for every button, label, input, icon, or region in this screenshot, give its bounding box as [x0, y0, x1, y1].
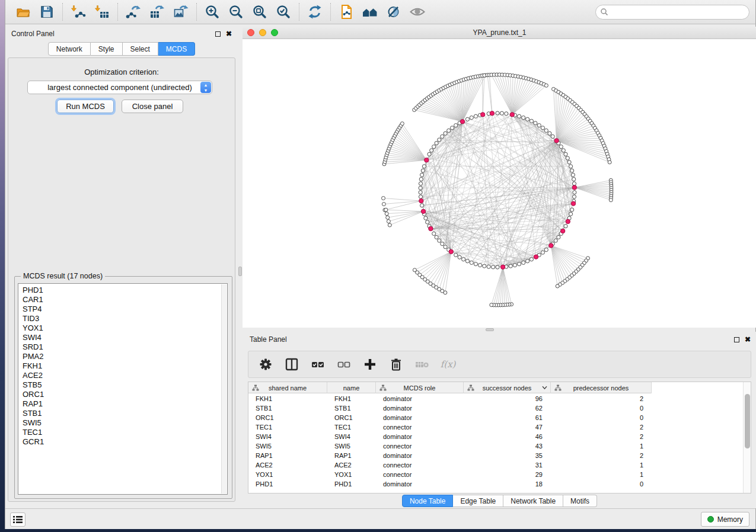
cell-predecessor-nodes: 0 — [551, 403, 652, 413]
mcds-result-item[interactable]: GCR1 — [23, 437, 227, 447]
zoom-selected-icon — [276, 4, 291, 20]
function-builder-button[interactable]: f(x) — [439, 355, 457, 373]
clear-table-button[interactable] — [413, 355, 431, 373]
control-panel-title: Control Panel — [5, 30, 55, 38]
scrollbar-thumb[interactable] — [745, 394, 750, 448]
mcds-result-item[interactable]: TID3 — [23, 314, 227, 323]
table-row[interactable]: RAP1RAP1dominator352 — [248, 451, 652, 460]
mcds-result-item[interactable]: FKH1 — [23, 361, 227, 371]
tab-style[interactable]: Style — [91, 42, 123, 56]
mcds-result-item[interactable]: SWI5 — [23, 418, 227, 428]
select-all-button[interactable] — [309, 355, 327, 373]
table-row[interactable]: FKH1FKH1dominator962 — [248, 394, 652, 403]
import-network-button[interactable] — [66, 2, 90, 22]
tab-node-table[interactable]: Node Table — [402, 495, 454, 507]
tab-mcds[interactable]: MCDS — [158, 42, 195, 56]
mcds-result-item[interactable]: CAR1 — [23, 295, 227, 305]
close-panel-icon[interactable]: ✖ — [226, 31, 232, 37]
cell-mcds-role: dominator — [376, 413, 464, 422]
column-header-name[interactable]: name — [327, 382, 376, 393]
node-table[interactable]: shared name name MCDS role successor nod… — [248, 382, 751, 493]
cell-mcds-role: dominator — [376, 403, 464, 413]
cell-successor-nodes: 35 — [464, 451, 551, 460]
control-panel-header: Control Panel ✖ — [5, 27, 238, 41]
mcds-result-item[interactable]: TEC1 — [23, 428, 227, 437]
show-hide-button[interactable] — [406, 2, 429, 22]
search-input[interactable] — [595, 5, 749, 20]
import-table-button[interactable] — [90, 2, 114, 22]
zoom-fit-icon — [252, 4, 267, 20]
mcds-result-item[interactable]: PHD1 — [23, 286, 227, 295]
open-file-button[interactable] — [11, 2, 35, 22]
mcds-result-item[interactable]: STB5 — [23, 380, 227, 390]
table-scrollbar[interactable] — [743, 382, 751, 493]
network-window-titlebar[interactable]: YPA_prune.txt_1 — [243, 27, 756, 39]
splitter-handle[interactable] — [238, 267, 242, 276]
close-panel-button[interactable]: Close panel — [122, 100, 183, 113]
mcds-result-item[interactable]: STP4 — [23, 305, 227, 314]
table-row[interactable]: SWI5SWI5connector431 — [248, 441, 652, 451]
mcds-result-item[interactable]: RAP1 — [23, 399, 227, 409]
tab-edge-table[interactable]: Edge Table — [453, 495, 503, 507]
table-settings-button[interactable] — [257, 355, 275, 373]
cell-shared-name: TEC1 — [248, 422, 327, 432]
criterion-select[interactable]: largest connected component (undirected)… — [27, 81, 212, 94]
table-row[interactable]: TEC1TEC1connector472 — [248, 422, 652, 432]
zoom-selected-button[interactable] — [272, 2, 295, 22]
table-panel-header: Table Panel ✖ — [243, 332, 756, 347]
mcds-result-item[interactable]: SRD1 — [23, 342, 227, 352]
float-panel-icon[interactable] — [215, 31, 221, 37]
tab-select[interactable]: Select — [123, 42, 158, 56]
run-mcds-button[interactable]: Run MCDS — [57, 100, 114, 113]
float-panel-icon[interactable] — [734, 337, 739, 342]
table-row[interactable]: SWI4SWI4dominator462 — [248, 432, 652, 441]
column-header-shared-name[interactable]: shared name — [248, 382, 327, 393]
zoom-out-button[interactable] — [224, 2, 248, 22]
save-session-button[interactable] — [35, 2, 59, 22]
column-header-predecessor-nodes[interactable]: predecessor nodes — [551, 382, 652, 393]
vertical-splitter[interactable] — [238, 24, 243, 508]
splitter-handle[interactable] — [486, 328, 494, 331]
mcds-result-item[interactable]: PMA2 — [23, 352, 227, 361]
mcds-result-item[interactable]: YOX1 — [23, 323, 227, 333]
deselect-all-button[interactable] — [335, 355, 353, 373]
cell-mcds-role: dominator — [376, 432, 464, 441]
mcds-result-list[interactable]: PHD1CAR1STP4TID3YOX1SWI4SRD1PMA2FKH1ACE2… — [18, 283, 228, 495]
export-network-button[interactable] — [122, 2, 145, 22]
share-document-button[interactable] — [334, 2, 358, 22]
network-canvas[interactable] — [243, 39, 756, 328]
task-history-button[interactable] — [10, 512, 25, 527]
mcds-result-item[interactable]: SWI4 — [23, 333, 227, 342]
cell-predecessor-nodes: 1 — [551, 441, 652, 451]
delete-row-button[interactable] — [387, 355, 405, 373]
memory-button[interactable]: Memory — [701, 512, 749, 527]
horizontal-splitter[interactable] — [243, 328, 756, 332]
tab-motifs[interactable]: Motifs — [563, 495, 597, 507]
tab-network-table[interactable]: Network Table — [503, 495, 563, 507]
zoom-in-button[interactable] — [200, 2, 224, 22]
zoom-fit-button[interactable] — [248, 2, 272, 22]
first-neighbors-button[interactable] — [358, 2, 382, 22]
column-layout-button[interactable] — [283, 355, 301, 373]
close-panel-icon[interactable]: ✖ — [745, 337, 751, 342]
table-row[interactable]: ACE2ACE2connector311 — [248, 460, 652, 470]
table-row[interactable]: YOX1YOX1connector291 — [248, 470, 652, 479]
tab-network[interactable]: Network — [48, 42, 91, 56]
mcds-result-item[interactable]: STB1 — [23, 409, 227, 418]
refresh-button[interactable] — [303, 2, 327, 22]
table-row[interactable]: STB1STB1dominator620 — [248, 403, 652, 413]
table-row[interactable]: PHD1PHD1dominator180 — [248, 479, 652, 489]
mcds-result-item[interactable]: ORC1 — [23, 390, 227, 399]
export-table-button[interactable] — [145, 2, 169, 22]
trash-icon — [389, 357, 403, 371]
mcds-list-scrollbar[interactable] — [221, 284, 227, 493]
toggle-graphics-button[interactable] — [382, 2, 406, 22]
column-header-successor-nodes[interactable]: successor nodes — [464, 382, 551, 393]
add-row-button[interactable] — [361, 355, 379, 373]
clear-table-icon — [414, 357, 430, 371]
network-graph[interactable] — [243, 39, 756, 328]
column-header-mcds-role[interactable]: MCDS role — [376, 382, 464, 393]
mcds-result-item[interactable]: ACE2 — [23, 371, 227, 380]
table-row[interactable]: ORC1ORC1dominator610 — [248, 413, 652, 422]
export-image-button[interactable] — [169, 2, 193, 22]
